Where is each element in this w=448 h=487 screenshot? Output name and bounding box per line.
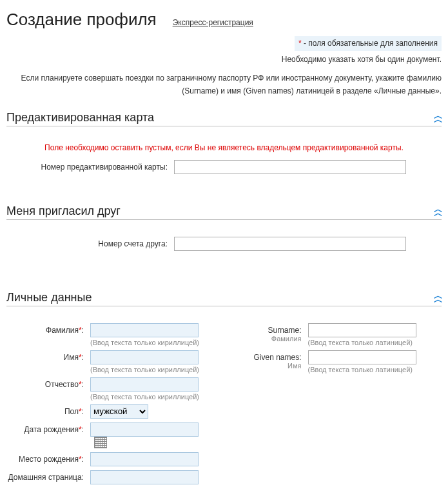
name-en-input[interactable]	[308, 350, 416, 364]
surname-en-label: Surname: Фамилия	[237, 323, 308, 343]
homepage-input[interactable]	[90, 470, 199, 484]
gender-label: Пол*:	[6, 404, 90, 416]
name-ru-hint: (Ввод текста только кириллицей)	[90, 366, 211, 373]
name-en-hint: (Ввод текста только латиницей)	[308, 366, 442, 373]
friend-account-input[interactable]	[174, 237, 406, 251]
gender-select[interactable]: мужской	[90, 404, 148, 419]
pob-input[interactable]	[90, 452, 199, 466]
name-ru-label: Имя*:	[6, 350, 90, 362]
section-preactivated-header: Предактивированная карта ︿︿	[6, 107, 442, 126]
surname-ru-input[interactable]	[90, 323, 199, 337]
collapse-icon[interactable]: ︿︿	[434, 207, 442, 215]
surname-en-hint: (Ввод текста только латиницей)	[308, 339, 442, 346]
notice-block: * - поля обязательные для заполнения Нео…	[6, 36, 442, 97]
patronymic-label: Отчество*:	[6, 377, 90, 389]
preactivated-warning: Поле необходимо оставить пустым, если Вы…	[6, 143, 442, 152]
pob-label: Место рождения*:	[6, 452, 90, 464]
name-en-label: Given names: Имя	[237, 350, 308, 370]
surname-ru-hint: (Ввод текста только кириллицей)	[90, 339, 211, 346]
card-number-label: Номер предактивированной карты:	[6, 160, 174, 172]
calendar-icon[interactable]	[94, 437, 107, 448]
section-personal-header: Личные данные ︿︿	[6, 287, 442, 306]
required-fields-note: * - поля обязательные для заполнения	[295, 36, 442, 51]
latin-hint: Если планируете совершать поездки по заг…	[6, 72, 442, 97]
surname-en-input[interactable]	[308, 323, 416, 337]
doc-required-note: Необходимо указать хотя бы один документ…	[6, 54, 442, 66]
collapse-icon[interactable]: ︿︿	[434, 114, 442, 121]
patronymic-input[interactable]	[90, 377, 199, 392]
dob-input[interactable]	[90, 422, 199, 437]
name-ru-input[interactable]	[90, 350, 199, 364]
surname-ru-label: Фамилия*:	[6, 323, 90, 335]
friend-account-label: Номер счета друга:	[6, 237, 174, 248]
patronymic-hint: (Ввод текста только кириллицей)	[90, 393, 211, 401]
card-number-input[interactable]	[174, 160, 406, 174]
section-friend-header: Меня пригласил друг ︿︿	[6, 201, 442, 220]
express-registration-link[interactable]: Экспресс-регистрация	[173, 18, 253, 27]
collapse-icon[interactable]: ︿︿	[434, 293, 442, 301]
homepage-label: Домашняя страница:	[6, 470, 90, 482]
dob-label: Дата рождения*:	[6, 422, 90, 434]
page-title: Создание профиля	[6, 10, 157, 30]
